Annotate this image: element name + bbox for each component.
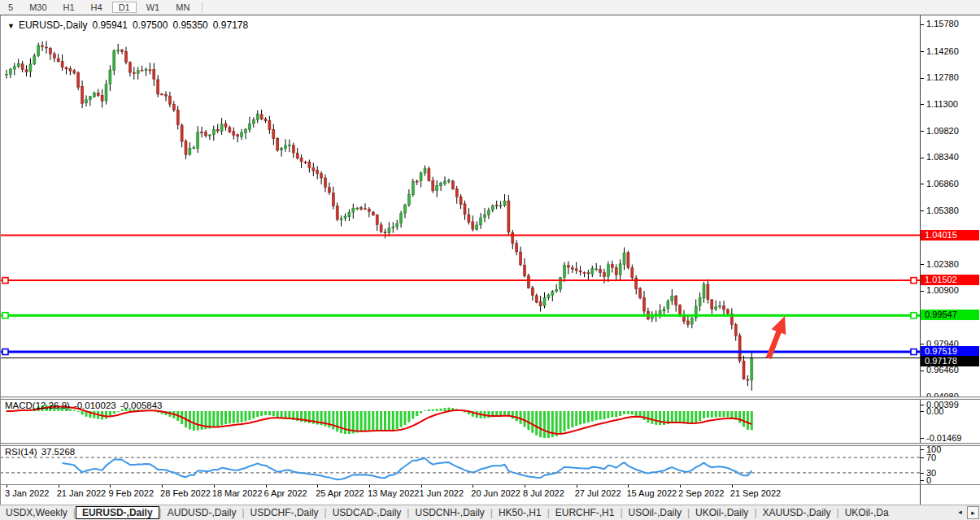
resistance-line-2-handle[interactable] xyxy=(911,278,917,284)
toolbar-separator xyxy=(202,2,203,13)
date-axis[interactable]: 3 Jan 202221 Jan 20229 Feb 202228 Feb 20… xyxy=(0,485,980,505)
date-tick-label: 25 Apr 2022 xyxy=(316,488,364,498)
date-tick-mark xyxy=(214,485,215,488)
timeframe-5[interactable]: 5 xyxy=(2,2,20,13)
tab-usdx-weekly[interactable]: USDX,Weekly xyxy=(0,506,73,519)
tab-usdcad-daily[interactable]: USDCAD-,Daily xyxy=(327,506,407,519)
timeframe-mn[interactable]: MN xyxy=(169,2,196,13)
date-tick-mark xyxy=(7,485,7,488)
rsi-value: 37.5268 xyxy=(41,447,76,457)
rsi-panel[interactable] xyxy=(0,446,980,484)
price-tick-label: 1.15780 xyxy=(926,19,959,28)
support-line-green-handle[interactable] xyxy=(911,313,917,318)
tab-audusd-daily[interactable]: AUDUSD-,Daily xyxy=(162,506,242,519)
date-tick-label: 21 Sep 2022 xyxy=(730,488,781,498)
tab-usdchf-daily[interactable]: USDCHF-,Daily xyxy=(245,506,324,519)
tab-scroll-right-icon[interactable]: ▸ xyxy=(967,506,979,519)
date-tick-mark xyxy=(162,485,163,488)
price-tick-mark xyxy=(921,24,924,25)
price-tick-mark xyxy=(921,131,924,132)
date-tick-label: 21 Jan 2022 xyxy=(57,488,107,498)
support-line-blue-handle[interactable] xyxy=(2,349,8,355)
date-tick-mark xyxy=(266,485,267,488)
tab-ukoil-daily[interactable]: UKOil-,Daily xyxy=(690,506,754,519)
macd-name: MACD(12,26,9) xyxy=(5,401,70,410)
macd-tick-mark xyxy=(921,438,924,439)
macd-tick-mark xyxy=(921,405,924,405)
chart-symbol-period: EURUSD-,Daily xyxy=(19,20,88,31)
tab-ukoil-da[interactable]: UKOil-,Da xyxy=(839,506,895,519)
price-tick-label: 1.00900 xyxy=(926,285,959,295)
price-axis[interactable]: 1.157801.142601.127801.113001.098201.083… xyxy=(921,15,980,505)
timeframe-d1[interactable]: D1 xyxy=(112,2,137,13)
date-tick-label: 1 Jun 2022 xyxy=(420,488,464,498)
support-line-blue-handle[interactable] xyxy=(911,349,917,355)
rsi-tick-mark xyxy=(921,457,924,458)
date-tick-label: 18 Mar 2022 xyxy=(212,488,263,498)
price-tick-label: 1.14260 xyxy=(926,46,959,56)
price-tick-mark xyxy=(921,210,924,211)
chart-left-border xyxy=(0,15,1,505)
price-tick-label: 1.09820 xyxy=(926,126,959,136)
rsi-name: RSI(14) xyxy=(5,447,37,457)
tab-scroll-arrows: ◂ ▸ xyxy=(955,506,979,519)
tab-eurusd-daily[interactable]: EURUSD-,Daily xyxy=(76,506,159,519)
price-tick-label: 0.96460 xyxy=(926,365,959,375)
tab-eurchf-h1[interactable]: EURCHF-,H1 xyxy=(550,506,621,519)
macd-tick-label: 0.00 xyxy=(926,406,943,416)
date-tick-mark xyxy=(732,485,733,488)
current-price-line-price-label: 0.97178 xyxy=(921,356,979,366)
rsi-tick-mark xyxy=(921,473,924,474)
resistance-line-2-handle[interactable] xyxy=(2,278,8,284)
price-tick-mark xyxy=(921,78,924,79)
price-tick-label: 1.11300 xyxy=(926,99,958,109)
date-tick-mark xyxy=(110,485,111,488)
timeframe-h4[interactable]: H4 xyxy=(85,2,109,13)
support-line-green-price-label: 0.99547 xyxy=(921,310,979,320)
date-tick-mark xyxy=(628,485,629,488)
resistance-line-1-price-label: 1.04015 xyxy=(921,230,979,240)
timeframe-m30[interactable]: M30 xyxy=(23,2,53,13)
rsi-tick-mark xyxy=(921,480,924,481)
tab-usoil-daily[interactable]: USOil-,Daily xyxy=(623,506,687,519)
date-tick-mark xyxy=(317,485,318,488)
price-tick-mark xyxy=(921,184,924,184)
price-axis-border xyxy=(920,15,921,505)
collapse-triangle-icon[interactable]: ▼ xyxy=(7,22,15,30)
price-tick-mark xyxy=(921,370,924,371)
date-tick-mark xyxy=(577,485,577,488)
price-tick-mark xyxy=(921,291,924,292)
tab-hk50-h1[interactable]: HK50-,H1 xyxy=(493,506,547,519)
date-tick-label: 20 Jun 2022 xyxy=(471,488,520,498)
price-panel[interactable] xyxy=(0,15,980,396)
date-tick-mark xyxy=(473,485,473,488)
price-tick-mark xyxy=(921,104,924,105)
date-tick-mark xyxy=(421,485,422,488)
timeframe-w1[interactable]: W1 xyxy=(140,2,167,13)
date-tick-label: 27 Jul 2022 xyxy=(575,488,621,498)
date-tick-label: 8 Jul 2022 xyxy=(523,488,564,498)
tab-usdcnh-daily[interactable]: USDCNH-,Daily xyxy=(409,506,490,519)
panel-separator[interactable] xyxy=(0,396,980,400)
date-tick-label: 13 May 2022 xyxy=(368,488,420,498)
price-tick-label: 1.08340 xyxy=(926,152,959,162)
candlestick-chart[interactable] xyxy=(0,15,920,396)
macd-signal-line xyxy=(7,406,751,434)
support-line-green-handle[interactable] xyxy=(2,313,8,318)
tab-scroll-left-icon[interactable]: ◂ xyxy=(955,506,965,518)
date-tick-label: 3 Jan 2022 xyxy=(5,488,49,498)
date-tick-mark xyxy=(59,485,59,488)
ohlc-high: 0.97500 xyxy=(133,20,168,31)
tab-xauusd-daily[interactable]: XAUUSD-,Daily xyxy=(757,506,837,519)
price-tick-mark xyxy=(921,264,924,265)
ohlc-close: 0.97178 xyxy=(213,20,248,31)
rsi-line xyxy=(63,458,752,479)
rsi-label: RSI(14)37.5268 xyxy=(5,447,75,457)
date-tick-label: 2 Sep 2022 xyxy=(678,488,724,498)
panel-separator[interactable] xyxy=(0,443,980,446)
timeframe-h1[interactable]: H1 xyxy=(57,2,81,13)
macd-label: MACD(12,26,9)-0.010023-0.005843 xyxy=(5,401,162,410)
rsi-chart xyxy=(0,446,920,484)
date-tick-label: 15 Aug 2022 xyxy=(626,488,677,498)
date-tick-mark xyxy=(525,485,525,488)
